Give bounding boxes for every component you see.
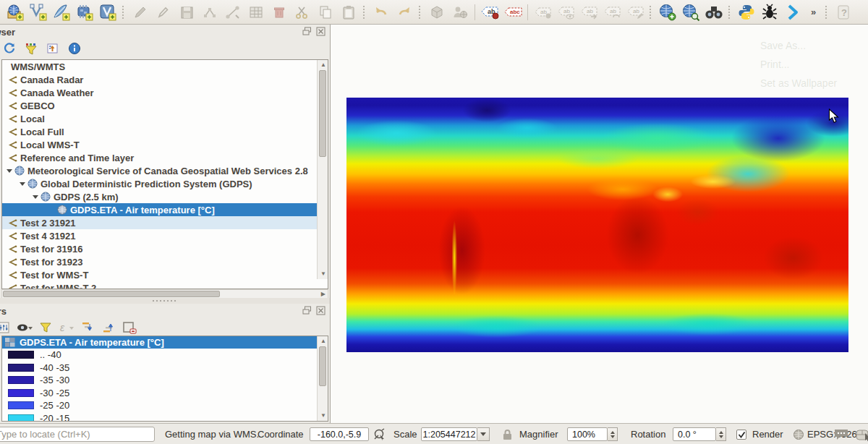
log-messages-button[interactable]: [833, 424, 849, 444]
locate-input[interactable]: [0, 427, 155, 442]
python-console-button[interactable]: [736, 1, 757, 23]
lock-scale-button[interactable]: [502, 424, 513, 444]
layers-vertical-scrollbar[interactable]: ▲ ▼: [317, 336, 328, 421]
tree-item-canada-weather[interactable]: Canada Weather: [2, 86, 328, 99]
toolbar-overflow-button[interactable]: »: [805, 7, 822, 17]
add-vector-layer-button[interactable]: [27, 1, 49, 23]
filter-by-expression-button[interactable]: ε: [59, 320, 75, 336]
identify-features-button[interactable]: [703, 1, 725, 23]
map-view-settings-button[interactable]: [680, 1, 702, 23]
toggle-editing-button[interactable]: [153, 1, 174, 23]
new-map-view-button[interactable]: [657, 1, 678, 23]
tree-item-local-full[interactable]: Local Full: [2, 125, 328, 138]
next-step-button[interactable]: [782, 1, 804, 23]
toolbar-grip[interactable]: [728, 4, 733, 20]
toolbar-grip[interactable]: [418, 4, 423, 20]
debug-plugin-button[interactable]: [759, 1, 780, 23]
tree-item-reference-time-layer[interactable]: Reference and Time layer: [2, 151, 328, 164]
user-profile-button[interactable]: [449, 1, 471, 23]
paste-features-button[interactable]: [338, 1, 359, 23]
tree-item-gdps[interactable]: Global Deterministic Prediction System (…: [2, 177, 328, 190]
label-pin-button[interactable]: ab: [532, 1, 553, 23]
refresh-button[interactable]: [1, 40, 17, 56]
map-canvas[interactable]: [346, 98, 848, 352]
copy-features-button[interactable]: [315, 1, 336, 23]
label-abc-button[interactable]: abc: [502, 1, 524, 23]
properties-info-button[interactable]: [67, 40, 82, 56]
expander-icon[interactable]: [7, 169, 12, 173]
scale-dropdown-button[interactable]: [477, 427, 490, 441]
rotation-spinner[interactable]: [716, 427, 726, 441]
delete-selected-button[interactable]: [268, 1, 290, 23]
undo-button[interactable]: [370, 1, 392, 23]
speech-bubble-icon: [833, 428, 849, 441]
filter-legend-button[interactable]: [38, 320, 54, 336]
save-edits-button[interactable]: [176, 1, 197, 23]
coordinate-field[interactable]: -160.0,-5.9: [310, 427, 369, 441]
manage-map-themes-button[interactable]: [17, 320, 33, 336]
browser-float-button[interactable]: [302, 27, 312, 36]
scale-field[interactable]: 1:205447212: [421, 427, 477, 441]
style-manager-button[interactable]: [426, 1, 448, 23]
filter-browser-button[interactable]: [23, 40, 39, 56]
panel-splitter[interactable]: [0, 298, 330, 304]
remove-layer-button[interactable]: [122, 320, 137, 336]
new-shapefile-layer-button[interactable]: [51, 1, 72, 23]
tree-item-test-for-31916[interactable]: Test for 31916: [2, 242, 328, 255]
add-feature-button[interactable]: [199, 1, 221, 23]
tree-item-local[interactable]: Local: [2, 112, 328, 125]
magnifier-field[interactable]: 100%: [567, 427, 608, 441]
label-move-button[interactable]: ab: [578, 1, 600, 23]
layers-close-button[interactable]: [316, 306, 326, 315]
map-tips-button[interactable]: [855, 424, 868, 444]
collapse-all-button[interactable]: [45, 40, 61, 56]
tree-item-wms-wmts[interactable]: WMS/WMTS: [2, 60, 328, 73]
redo-button[interactable]: [393, 1, 415, 23]
open-layer-styling-button[interactable]: [0, 320, 12, 336]
attribute-table-button[interactable]: [245, 1, 267, 23]
tree-item-test-4-31921[interactable]: Test 4 31921: [2, 229, 328, 242]
tree-item-test-for-31923[interactable]: Test for 31923: [2, 255, 328, 268]
tree-item-gdps-25km[interactable]: GDPS (2.5 km): [2, 190, 328, 203]
tree-item-test-for-wmst[interactable]: Test for WMS-T: [2, 268, 328, 281]
cut-features-button[interactable]: [292, 1, 313, 23]
expander-icon[interactable]: [33, 195, 38, 199]
magnifier-spinner[interactable]: [608, 427, 618, 441]
tree-item-canada-radar[interactable]: Canada Radar: [2, 73, 328, 86]
label-edit-button[interactable]: ab: [624, 1, 646, 23]
crs-label[interactable]: EPSG:4326: [807, 424, 857, 444]
collapse-all-button[interactable]: [101, 320, 116, 336]
add-raster-layer-button[interactable]: [74, 1, 95, 23]
help-button[interactable]: ?: [833, 1, 854, 23]
browser-vertical-scrollbar[interactable]: ▲ ▼: [317, 60, 328, 279]
browser-close-button[interactable]: [316, 27, 326, 36]
toolbar-grip[interactable]: [122, 4, 127, 20]
vertex-tool-button[interactable]: [222, 1, 244, 23]
expand-all-button[interactable]: [80, 320, 95, 336]
tree-item-gdps-eta-selected[interactable]: GDPS.ETA - Air temperature [°C]: [2, 203, 328, 216]
toggle-extents-button[interactable]: [373, 424, 386, 444]
toolbar-grip[interactable]: [362, 4, 367, 20]
tree-item-test-for-wmst-2[interactable]: Test for WMS-T 2: [2, 281, 328, 289]
label-show-hide-button[interactable]: ab: [555, 1, 576, 23]
scissors-icon: [294, 4, 310, 20]
layer-labeling-button[interactable]: ab: [479, 1, 501, 23]
expander-icon[interactable]: [20, 182, 25, 186]
toolbar-grip[interactable]: [825, 4, 830, 20]
rotation-field[interactable]: 0.0 °: [673, 427, 716, 441]
coordinate-label: Coordinate: [258, 424, 304, 444]
tree-item-local-wmst[interactable]: Local WMS-T: [2, 138, 328, 151]
layers-float-button[interactable]: [302, 306, 312, 315]
render-checkbox[interactable]: [736, 424, 746, 444]
label-rotate-button[interactable]: ab: [601, 1, 623, 23]
toolbar-grip[interactable]: [649, 4, 654, 20]
current-edits-button[interactable]: [129, 1, 151, 23]
add-wms-layer-button[interactable]: [97, 1, 119, 23]
data-source-manager-button[interactable]: [4, 1, 26, 23]
tree-item-test-2-31921[interactable]: Test 2 31921: [2, 216, 328, 229]
ghost-menu-item: Set as Wallpaper: [760, 74, 867, 93]
tree-item-gebco[interactable]: GEBCO: [2, 99, 328, 112]
active-layer-row[interactable]: GDPS.ETA - Air temperature [°C]: [2, 336, 328, 349]
tree-item-msc-services[interactable]: Meteorological Service of Canada Geospat…: [2, 164, 328, 177]
crs-button[interactable]: [793, 424, 804, 444]
